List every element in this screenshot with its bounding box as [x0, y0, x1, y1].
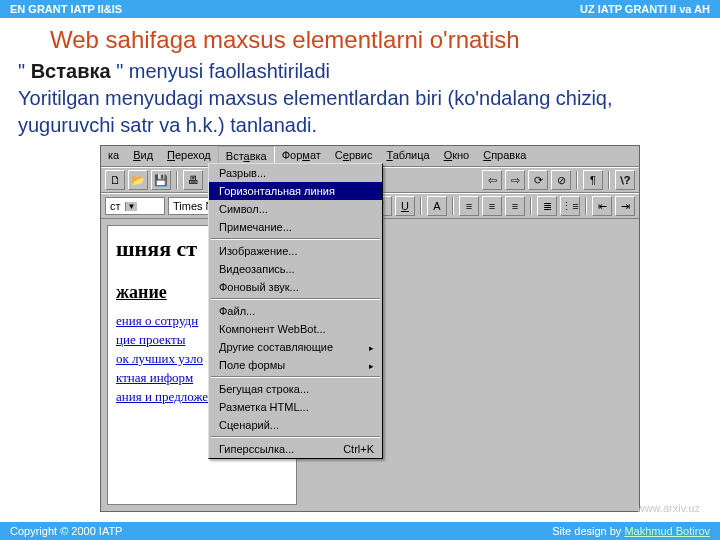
- menu-item[interactable]: Файл...: [209, 302, 382, 320]
- menu-item[interactable]: Окно: [437, 146, 477, 166]
- underline-icon[interactable]: U: [395, 196, 415, 216]
- slide-topbar: EN GRANT IATP II&IS UZ IATP GRANTI II va…: [0, 0, 720, 18]
- menu-item[interactable]: Другие составляющие: [209, 338, 382, 356]
- body-text: " Вставка " menyusi faollashtiriladi Yor…: [0, 58, 720, 145]
- open-icon[interactable]: 📂: [128, 170, 148, 190]
- bullet-icon[interactable]: ⋮≡: [560, 196, 580, 216]
- credit: Site design by Makhmud Botirov: [552, 525, 710, 537]
- menu-item[interactable]: Изображение...: [209, 242, 382, 260]
- menu-item[interactable]: Компонент WebBot...: [209, 320, 382, 338]
- stop-icon[interactable]: ⊘: [551, 170, 571, 190]
- menu-item[interactable]: Сценарий...: [209, 416, 382, 434]
- refresh-icon[interactable]: ⟳: [528, 170, 548, 190]
- menu-item[interactable]: Бегущая строка...: [209, 380, 382, 398]
- print-icon[interactable]: 🖶: [183, 170, 203, 190]
- separator: [176, 171, 178, 189]
- align-right-icon[interactable]: ≡: [505, 196, 525, 216]
- text-color-icon[interactable]: A: [427, 196, 447, 216]
- menu-item[interactable]: Горизонтальная линия: [209, 182, 382, 200]
- app-window: ка Вид Переход Вставка Формат Сервис Таб…: [100, 145, 640, 512]
- align-left-icon[interactable]: ≡: [459, 196, 479, 216]
- list-icon[interactable]: ≣: [537, 196, 557, 216]
- menu-item[interactable]: Гиперссылка...Ctrl+K: [209, 440, 382, 458]
- pilcrow-icon[interactable]: ¶: [583, 170, 603, 190]
- topbar-left: EN GRANT IATP II&IS: [10, 3, 122, 15]
- forward-icon[interactable]: ⇨: [505, 170, 525, 190]
- separator: [576, 171, 578, 189]
- new-icon[interactable]: 🗋: [105, 170, 125, 190]
- chevron-down-icon[interactable]: ▼: [125, 202, 138, 211]
- menu-item[interactable]: ка: [101, 146, 126, 166]
- menu-item[interactable]: Таблица: [379, 146, 436, 166]
- separator: [452, 197, 454, 215]
- separator: [585, 197, 587, 215]
- watermark: www.arxiv.uz: [637, 502, 700, 514]
- save-icon[interactable]: 💾: [151, 170, 171, 190]
- slide-footer: Copyright © 2000 IATP Site design by Mak…: [0, 522, 720, 540]
- insert-dropdown-menu[interactable]: Разрыв...Горизонтальная линияСимвол...Пр…: [208, 163, 383, 459]
- menu-separator: [211, 298, 380, 300]
- indent-icon[interactable]: ⇥: [615, 196, 635, 216]
- submenu-arrow-icon: [369, 359, 374, 371]
- menu-item[interactable]: Примечание...: [209, 218, 382, 236]
- topbar-right: UZ IATP GRANTI II va AH: [580, 3, 710, 15]
- menu-item[interactable]: Разрыв...: [209, 164, 382, 182]
- help-icon[interactable]: ⧵?: [615, 170, 635, 190]
- style-combo[interactable]: ст▼: [105, 197, 165, 215]
- menu-separator: [211, 436, 380, 438]
- separator: [530, 197, 532, 215]
- designer-link[interactable]: Makhmud Botirov: [624, 525, 710, 537]
- menu-separator: [211, 238, 380, 240]
- submenu-arrow-icon: [369, 341, 374, 353]
- align-center-icon[interactable]: ≡: [482, 196, 502, 216]
- menu-item[interactable]: Фоновый звук...: [209, 278, 382, 296]
- page-title: Web sahifaga maxsus elementlarni o'rnati…: [0, 18, 720, 58]
- back-icon[interactable]: ⇦: [482, 170, 502, 190]
- copyright: Copyright © 2000 IATP: [10, 525, 122, 537]
- separator: [608, 171, 610, 189]
- menu-item[interactable]: Справка: [476, 146, 533, 166]
- menu-item[interactable]: Разметка HTML...: [209, 398, 382, 416]
- separator: [420, 197, 422, 215]
- menu-item[interactable]: Вид: [126, 146, 160, 166]
- menu-item[interactable]: Поле формы: [209, 356, 382, 374]
- menu-separator: [211, 376, 380, 378]
- menu-item[interactable]: Символ...: [209, 200, 382, 218]
- outdent-icon[interactable]: ⇤: [592, 196, 612, 216]
- menu-item[interactable]: Видеозапись...: [209, 260, 382, 278]
